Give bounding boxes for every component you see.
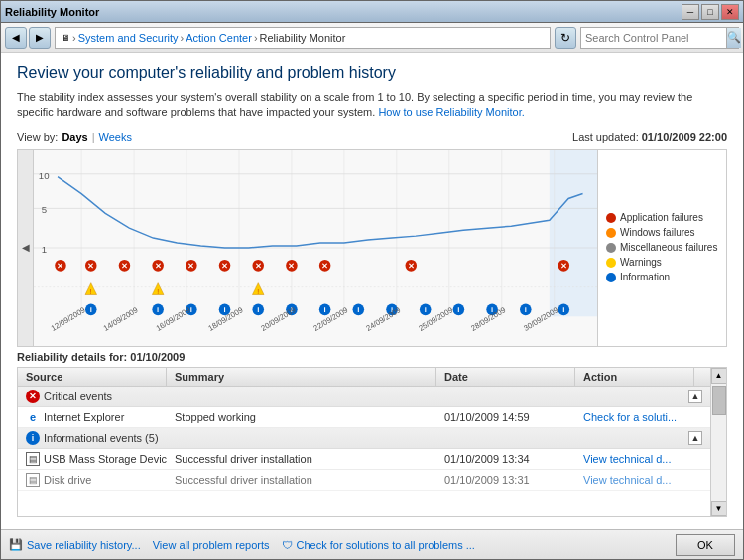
svg-text:5: 5 (42, 204, 48, 215)
chart-area: ◀ (17, 149, 727, 347)
legend-dot-information (606, 273, 616, 282)
scroll-thumb[interactable] (712, 386, 726, 415)
usb-action[interactable]: View technical d... (575, 450, 694, 468)
info-events-label: i Informational events (5) ▲ (18, 428, 710, 448)
breadcrumb-system-security[interactable]: System and Security (78, 32, 179, 44)
svg-text:✕: ✕ (321, 261, 328, 270)
usb-summary: Successful driver installation (167, 450, 436, 468)
svg-text:!: ! (157, 287, 159, 294)
chart-legend: Application failures Windows failures Mi… (597, 150, 726, 346)
disk-date: 01/10/2009 13:31 (436, 471, 575, 489)
legend-label-misc-failures: Miscellaneous failures (620, 242, 717, 253)
svg-text:✕: ✕ (187, 261, 194, 270)
disk-row[interactable]: ▤ Disk drive Successful driver installat… (18, 470, 710, 491)
svg-text:i: i (157, 305, 159, 314)
svg-text:✕: ✕ (87, 261, 94, 270)
ok-button[interactable]: OK (676, 534, 735, 556)
view-days[interactable]: Days (62, 131, 87, 143)
th-summary: Summary (167, 368, 436, 386)
critical-events-label: ✕ Critical events ▲ (18, 387, 710, 406)
view-reports-link[interactable]: View all problem reports (153, 539, 270, 551)
disk-icon: ▤ (26, 473, 40, 487)
save-icon: 💾 (9, 538, 23, 551)
details-table: Source Summary Date Action ✕ Critical ev… (17, 367, 727, 517)
legend-misc-failures: Miscellaneous failures (606, 242, 718, 253)
svg-text:i: i (357, 305, 359, 314)
chart-left-arrow[interactable]: ◀ (18, 150, 34, 346)
ie-summary: Stopped working (167, 408, 436, 426)
save-reliability-link[interactable]: 💾 Save reliability history... (9, 538, 141, 551)
legend-label-app-failures: Application failures (620, 212, 703, 223)
svg-text:i: i (525, 305, 527, 314)
ie-source: e Internet Explorer (18, 407, 167, 427)
chart-main[interactable]: 10 5 1 ✕ ✕ ✕ ✕ ✕ (34, 150, 597, 346)
shield-icon: 🛡 (282, 539, 293, 551)
legend-information: Information (606, 272, 718, 282)
refresh-button[interactable]: ↻ (555, 27, 576, 49)
usb-source: ▤ USB Mass Storage Device (18, 449, 167, 469)
how-to-link[interactable]: How to use Reliability Monitor. (378, 106, 524, 118)
chart-svg: 10 5 1 ✕ ✕ ✕ ✕ ✕ (34, 150, 597, 346)
page-title: Review your computer's reliability and p… (17, 64, 727, 82)
critical-section-collapse[interactable]: ▲ (688, 390, 702, 403)
ie-action[interactable]: Check for a soluti... (575, 408, 694, 426)
ie-row[interactable]: e Internet Explorer Stopped working 01/1… (18, 407, 710, 428)
check-solutions-link[interactable]: 🛡 Check for solutions to all problems ..… (282, 539, 475, 551)
legend-dot-win-failures (606, 228, 616, 238)
title-bar-controls: ─ □ ✕ (682, 4, 739, 20)
forward-button[interactable]: ▶ (29, 27, 51, 49)
th-scroll-space (694, 368, 710, 386)
svg-text:i: i (257, 305, 259, 314)
th-date: Date (436, 368, 575, 386)
view-by: View by: Days | Weeks (17, 131, 132, 143)
maximize-button[interactable]: □ (701, 4, 719, 20)
breadcrumb-sep-2: › (181, 32, 185, 44)
back-button[interactable]: ◀ (5, 27, 27, 49)
svg-text:10: 10 (39, 169, 50, 180)
search-button[interactable]: 🔍 (726, 28, 741, 48)
minimize-button[interactable]: ─ (682, 4, 699, 20)
svg-text:!: ! (90, 287, 92, 294)
nav-bar: ◀ ▶ 🖥 › System and Security › Action Cen… (1, 23, 743, 53)
critical-events-text: Critical events (44, 391, 112, 402)
svg-text:✕: ✕ (121, 261, 128, 270)
svg-text:✕: ✕ (155, 261, 162, 270)
usb-row[interactable]: ▤ USB Mass Storage Device Successful dri… (18, 449, 710, 470)
close-button[interactable]: ✕ (721, 4, 739, 20)
scroll-down-button[interactable]: ▼ (711, 501, 727, 516)
breadcrumb-sep-3: › (254, 32, 258, 44)
critical-events-section: ✕ Critical events ▲ (18, 387, 710, 407)
legend-label-information: Information (620, 272, 670, 282)
info-section-collapse[interactable]: ▲ (688, 431, 702, 445)
nav-arrows: ◀ ▶ (5, 27, 51, 49)
content-area: Review your computer's reliability and p… (1, 53, 743, 529)
table-scrollbar: ▲ ▼ (710, 368, 726, 516)
disk-source-text: Disk drive (44, 474, 91, 486)
view-weeks[interactable]: Weeks (99, 131, 132, 143)
pipe-separator: | (92, 131, 95, 143)
table-content: Source Summary Date Action ✕ Critical ev… (18, 368, 710, 516)
usb-icon: ▤ (26, 452, 40, 466)
usb-source-text: USB Mass Storage Device (44, 453, 167, 465)
main-window: Reliability Monitor ─ □ ✕ ◀ ▶ 🖥 › System… (0, 0, 744, 560)
legend-label-win-failures: Windows failures (620, 227, 695, 238)
ie-source-text: Internet Explorer (44, 411, 124, 423)
scroll-up-button[interactable]: ▲ (711, 368, 727, 384)
save-reliability-text: Save reliability history... (27, 539, 141, 551)
details-section: Reliability details for: 01/10/2009 Sour… (17, 347, 727, 517)
view-by-label: View by: (17, 131, 58, 143)
breadcrumb-action-center[interactable]: Action Center (186, 32, 252, 44)
legend-windows-failures: Windows failures (606, 227, 718, 238)
disk-action[interactable]: View technical d... (575, 471, 694, 489)
svg-rect-1 (550, 150, 597, 316)
svg-text:!: ! (257, 287, 259, 294)
svg-text:i: i (562, 305, 564, 314)
svg-text:1: 1 (42, 244, 47, 255)
view-reports-text: View all problem reports (153, 539, 270, 551)
breadcrumb-bar: 🖥 › System and Security › Action Center … (55, 27, 551, 49)
last-updated-label: Last updated: (572, 131, 639, 143)
search-input[interactable] (581, 32, 726, 44)
legend-dot-app-failures (606, 213, 616, 223)
action-bar-right: OK (676, 534, 735, 556)
svg-text:✕: ✕ (560, 261, 567, 270)
